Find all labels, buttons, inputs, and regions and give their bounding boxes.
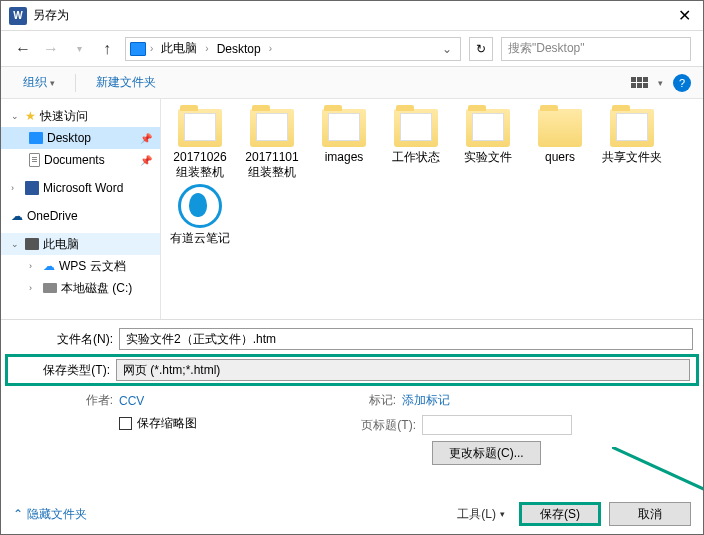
pin-icon: 📌	[140, 133, 152, 144]
file-item[interactable]: 共享文件夹	[601, 109, 663, 180]
view-dropdown[interactable]: ▾	[658, 78, 663, 88]
file-item[interactable]: 有道云笔记	[169, 184, 231, 246]
tag-value[interactable]: 添加标记	[402, 392, 450, 409]
file-label: 共享文件夹	[602, 150, 662, 165]
folder-icon	[178, 109, 222, 147]
search-input[interactable]: 搜索"Desktop"	[501, 37, 691, 61]
hide-folders-button[interactable]: ⌃隐藏文件夹	[13, 506, 87, 523]
sidebar-item-word[interactable]: ›Microsoft Word	[1, 177, 160, 199]
sidebar: ⌄★快速访问 Desktop📌 Documents📌 ›Microsoft Wo…	[1, 99, 161, 319]
view-mode-button[interactable]	[631, 77, 648, 88]
dialog-title: 另存为	[33, 7, 674, 24]
search-placeholder: 搜索"Desktop"	[508, 40, 585, 57]
refresh-button[interactable]: ↻	[469, 37, 493, 61]
sidebar-item-desktop[interactable]: Desktop📌	[1, 127, 160, 149]
thumbnail-checkbox[interactable]: 保存缩略图	[119, 415, 352, 432]
file-label: 20171101组装整机	[241, 150, 303, 180]
author-value[interactable]: CCV	[119, 394, 144, 408]
filename-input[interactable]	[119, 328, 693, 350]
cancel-button[interactable]: 取消	[609, 502, 691, 526]
sidebar-item-disk[interactable]: ›本地磁盘 (C:)	[1, 277, 160, 299]
folder-icon	[394, 109, 438, 147]
path-dropdown[interactable]: ⌄	[438, 42, 456, 56]
file-item[interactable]: 工作状态	[385, 109, 447, 180]
file-item[interactable]: 20171026组装整机	[169, 109, 231, 180]
pc-icon	[25, 238, 39, 250]
file-label: images	[325, 150, 364, 165]
nav-bar: ← → ▾ ↑ › 此电脑 › Desktop › ⌄ ↻ 搜索"Desktop…	[1, 31, 703, 67]
file-label: 有道云笔记	[170, 231, 230, 246]
help-icon[interactable]: ?	[673, 74, 691, 92]
chevron-right-icon: ›	[148, 43, 155, 54]
file-label: 工作状态	[392, 150, 440, 165]
filename-label: 文件名(N):	[11, 331, 119, 348]
save-button[interactable]: 保存(S)	[519, 502, 601, 526]
file-item[interactable]: images	[313, 109, 375, 180]
up-button[interactable]: ↑	[97, 39, 117, 59]
document-icon	[29, 153, 40, 167]
pagetitle-label: 页标题(T):	[352, 417, 422, 434]
file-label: 实验文件	[464, 150, 512, 165]
toolbar: 组织▾ 新建文件夹 ▾ ?	[1, 67, 703, 99]
footer: ⌃隐藏文件夹 工具(L)▾ 保存(S) 取消	[13, 502, 691, 526]
cloud-icon: ☁	[11, 209, 23, 223]
close-icon[interactable]: ✕	[674, 6, 695, 25]
chevron-right-icon: ›	[203, 43, 210, 54]
pc-icon	[130, 42, 146, 56]
folder-icon	[250, 109, 294, 147]
folder-icon	[538, 109, 582, 147]
form-area: 文件名(N): 保存类型(T): 作者: CCV 保存缩略图 标记: 添加标记	[1, 319, 703, 475]
history-dropdown[interactable]: ▾	[69, 39, 89, 59]
file-label: quers	[545, 150, 575, 165]
sidebar-quick-access[interactable]: ⌄★快速访问	[1, 105, 160, 127]
sidebar-item-wps[interactable]: ›☁WPS 云文档	[1, 255, 160, 277]
file-label: 20171026组装整机	[169, 150, 231, 180]
breadcrumb-desktop[interactable]: Desktop	[213, 42, 265, 56]
pagetitle-input[interactable]	[422, 415, 572, 435]
folder-icon	[610, 109, 654, 147]
back-button[interactable]: ←	[13, 39, 33, 59]
app-icon	[178, 184, 222, 228]
new-folder-button[interactable]: 新建文件夹	[86, 71, 166, 94]
author-label: 作者:	[11, 392, 119, 409]
filetype-highlight: 保存类型(T):	[5, 354, 699, 386]
disk-icon	[43, 283, 57, 293]
filetype-label: 保存类型(T):	[14, 362, 116, 379]
checkbox-icon	[119, 417, 132, 430]
thumbnail-label: 保存缩略图	[137, 415, 197, 432]
file-item[interactable]: 实验文件	[457, 109, 519, 180]
titlebar: W 另存为 ✕	[1, 1, 703, 31]
tools-dropdown[interactable]: 工具(L)▾	[457, 506, 505, 523]
chevron-up-icon: ⌃	[13, 507, 23, 521]
file-item[interactable]: 20171101组装整机	[241, 109, 303, 180]
breadcrumb-pc[interactable]: 此电脑	[157, 40, 201, 57]
file-item[interactable]: quers	[529, 109, 591, 180]
file-list[interactable]: 20171026组装整机20171101组装整机images工作状态实验文件qu…	[161, 99, 703, 319]
organize-button[interactable]: 组织▾	[13, 71, 65, 94]
word-icon	[25, 181, 39, 195]
sidebar-item-pc[interactable]: ⌄此电脑	[1, 233, 160, 255]
word-app-icon: W	[9, 7, 27, 25]
folder-icon	[466, 109, 510, 147]
breadcrumb[interactable]: › 此电脑 › Desktop › ⌄	[125, 37, 461, 61]
change-title-button[interactable]: 更改标题(C)...	[432, 441, 541, 465]
star-icon: ★	[25, 109, 36, 123]
folder-icon	[322, 109, 366, 147]
tag-label: 标记:	[352, 392, 402, 409]
chevron-right-icon: ›	[267, 43, 274, 54]
desktop-icon	[29, 132, 43, 144]
sidebar-item-onedrive[interactable]: ☁OneDrive	[1, 205, 160, 227]
pin-icon: 📌	[140, 155, 152, 166]
separator	[75, 74, 76, 92]
sidebar-item-documents[interactable]: Documents📌	[1, 149, 160, 171]
filetype-select[interactable]	[116, 359, 690, 381]
forward-button[interactable]: →	[41, 39, 61, 59]
wps-icon: ☁	[43, 259, 55, 273]
